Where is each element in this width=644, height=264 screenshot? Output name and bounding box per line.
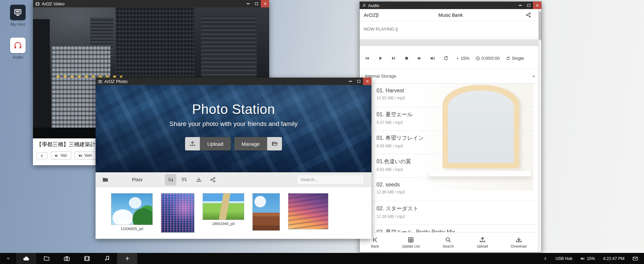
volume-up-button[interactable]: Vol+ (75, 151, 96, 160)
upload-button[interactable]: Upload (185, 137, 231, 150)
search-icon (360, 177, 361, 182)
seek-bar[interactable] (360, 39, 541, 46)
page-title: Photo Station (96, 102, 371, 117)
sort-descending-button[interactable] (178, 174, 190, 185)
volume-down-button[interactable]: Vol- (51, 151, 71, 160)
sort-ascending-button[interactable] (165, 174, 176, 185)
search-button[interactable]: Search (443, 236, 454, 248)
minimize-button[interactable] (346, 78, 355, 85)
share-button[interactable] (526, 12, 531, 18)
photo-item[interactable]: 18561946_p0 (203, 193, 244, 226)
scrollbar-track[interactable] (538, 9, 541, 252)
video-frame-decoration (33, 19, 50, 138)
desktop-icon-audio[interactable]: Audio (6, 38, 30, 60)
scrollbar-thumb[interactable] (539, 11, 541, 40)
maximize-button[interactable] (525, 2, 533, 9)
back-button[interactable]: Back (371, 236, 379, 248)
storage-selector[interactable]: Internal Storage (360, 69, 541, 84)
film-icon (84, 255, 90, 262)
upload-icon (185, 137, 200, 150)
volume-up-button[interactable] (430, 55, 436, 61)
next-track-button[interactable] (391, 55, 396, 61)
photo-window-titlebar[interactable]: ArOZ Photo (96, 78, 371, 85)
minimize-icon (519, 5, 522, 6)
taskbar-files-button[interactable] (36, 253, 57, 264)
track-row[interactable]: 02. スターダスト 12.39 MB / mp3 (360, 201, 538, 225)
camera-icon (64, 255, 70, 262)
close-button[interactable] (363, 78, 371, 85)
track-row[interactable]: 01. Harvest 10.93 MB / mp3 (360, 84, 538, 107)
download-icon (196, 177, 202, 183)
upload-label: Upload (477, 244, 488, 248)
photo-item[interactable] (252, 193, 280, 232)
share-button[interactable] (207, 174, 219, 185)
previous-track-button[interactable] (364, 55, 370, 61)
update-list-button[interactable]: Update List (402, 236, 420, 248)
photo-item[interactable]: 12436825_p0 (111, 193, 153, 231)
taskbar: USB Hub 15% 4:22:47 PM (0, 253, 644, 264)
minimize-button[interactable] (244, 0, 252, 7)
audio-window-titlebar[interactable]: Audio (360, 2, 541, 9)
maximize-button[interactable] (252, 0, 261, 7)
search-input[interactable] (300, 177, 360, 182)
desktop-icon-label: Audio (13, 55, 23, 60)
play-button[interactable] (378, 55, 383, 61)
taskbar-add-button[interactable] (117, 253, 137, 264)
close-button[interactable] (261, 0, 269, 7)
minimize-icon (247, 3, 250, 4)
manage-button[interactable]: Manage (234, 137, 282, 150)
track-row[interactable]: 02. seeds 12.99 MB / mp3 (360, 178, 538, 201)
upload-button[interactable]: Upload (477, 236, 488, 248)
photo-station-hero-banner: Photo Station Share your photo with your… (96, 85, 371, 172)
photo-thumbnail[interactable] (252, 193, 280, 231)
desktop-icon-my-host[interactable]: My Host (6, 5, 30, 27)
close-button[interactable] (533, 2, 541, 9)
track-list: 01. Harvest 10.93 MB / mp3 01. 夏空エール 9.3… (360, 84, 538, 252)
window-title: Audio (368, 3, 516, 8)
system-tray: USB Hub 15% 4:22:47 PM (543, 256, 644, 261)
audio-footer-toolbar: Back Update List Search Upload Download (360, 232, 538, 252)
minimize-button[interactable] (516, 2, 525, 9)
video-back-button[interactable] (36, 152, 47, 159)
back-label: Back (371, 244, 379, 248)
photo-thumbnail[interactable] (161, 193, 194, 233)
download-button[interactable] (193, 174, 205, 185)
taskbar-clock[interactable]: 4:22:47 PM (603, 256, 624, 261)
taskbar-photo-button[interactable] (57, 253, 77, 264)
video-window-titlebar[interactable]: ArOZ Video (33, 0, 269, 7)
volume-down-button[interactable] (417, 55, 423, 61)
tray-expand-chevron[interactable] (543, 257, 547, 261)
photo-thumbnail[interactable] (288, 193, 328, 229)
track-meta: 12.39 MB / mp3 (377, 214, 530, 219)
taskbar-audio-button[interactable] (97, 253, 117, 264)
track-row[interactable]: 01.色違いの翼 9.63 MB / mp3 (360, 154, 538, 178)
stop-button[interactable] (404, 55, 409, 61)
maximize-button[interactable] (355, 78, 363, 85)
taskbar-menu-chevron[interactable] (0, 253, 16, 264)
track-row[interactable]: 01. 夏空エール 9.37 MB / mp3 (360, 107, 538, 131)
speaker-high-icon (430, 55, 436, 61)
taskbar-cloud-button[interactable] (16, 253, 36, 264)
loop-button[interactable] (443, 55, 449, 61)
photo-item[interactable] (161, 193, 194, 234)
photo-item[interactable] (288, 193, 328, 231)
messages-tray-button[interactable] (633, 256, 638, 261)
taskbar-video-button[interactable] (77, 253, 97, 264)
folder-open-icon (267, 137, 282, 150)
track-row[interactable]: 01. 希望リフレイン 9.09 MB / mp3 (360, 131, 538, 154)
photo-thumbnail[interactable] (203, 193, 244, 220)
track-meta: 9.37 MB / mp3 (377, 120, 530, 125)
play-mode-toggle[interactable]: Single (506, 56, 524, 61)
photo-filename: 18561946_p0 (212, 222, 235, 226)
volume-tray-item[interactable]: 15% (580, 256, 595, 261)
list-icon (407, 236, 414, 243)
upload-label: Upload (200, 137, 231, 150)
photo-thumbnail[interactable] (111, 193, 153, 225)
download-button[interactable]: Download (511, 236, 527, 248)
folder-up-button[interactable] (100, 174, 111, 185)
desktop[interactable]: My Host Audio ArOZ Video (0, 0, 644, 264)
window-title: ArOZ Photo (104, 79, 346, 84)
usb-hub-tray-item[interactable]: USB Hub (556, 256, 572, 261)
audio-window-body: ArOZβ Music Bank NOW PLAYING || (360, 9, 541, 252)
chevron-down-icon (6, 256, 10, 261)
